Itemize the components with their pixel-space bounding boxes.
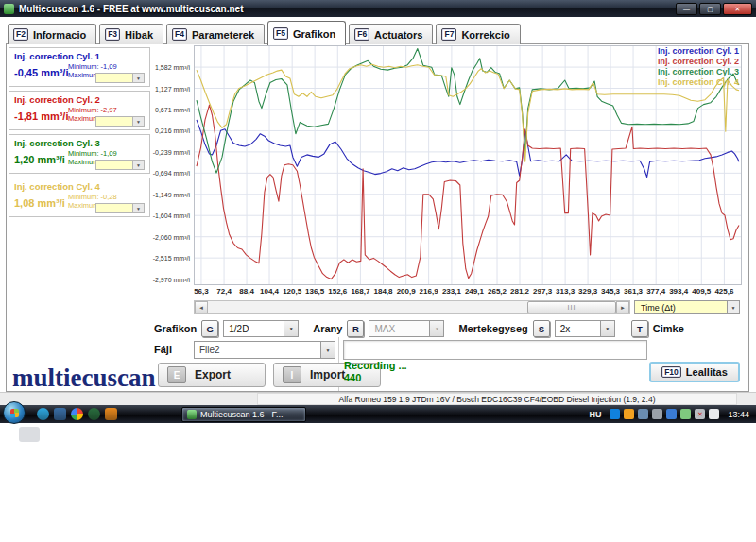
tag-key-badge: T bbox=[631, 320, 648, 337]
chevron-down-icon: ▼ bbox=[132, 117, 144, 126]
export-label: Export bbox=[195, 368, 231, 381]
parameter-title: Inj. correction Cyl. 4 bbox=[14, 181, 145, 192]
tab-label: Informacio bbox=[33, 29, 86, 41]
scroll-left-icon[interactable]: ◄ bbox=[195, 301, 208, 313]
unit-key-badge: S bbox=[533, 320, 550, 337]
legend-item: Inj. correction Cyl. 1 bbox=[658, 46, 739, 57]
f-key-badge: F5 bbox=[273, 27, 288, 40]
chevron-down-icon: ▼ bbox=[132, 204, 144, 212]
volume-icon[interactable] bbox=[709, 409, 719, 419]
close-button[interactable]: ✕ bbox=[723, 3, 752, 15]
maximize-icon: ▢ bbox=[707, 6, 713, 12]
stop-button[interactable]: F10 Leallitas bbox=[649, 362, 740, 382]
import-key-badge: I bbox=[283, 366, 301, 383]
file-select[interactable]: File2 ▼ bbox=[194, 341, 335, 359]
parameter-option-select[interactable]: ▼ bbox=[95, 203, 145, 213]
desktop: Multiecuscan 1.6 - FREE at www.multiecus… bbox=[0, 0, 756, 542]
x-axis-variable-value: Time (Δt) bbox=[641, 303, 676, 313]
parameter-option-select[interactable]: ▼ bbox=[95, 116, 145, 127]
app-window: Multiecuscan 1.6 - FREE at www.multiecus… bbox=[0, 0, 756, 405]
ratio-value: MAX bbox=[374, 324, 395, 334]
graph-key-badge: G bbox=[201, 320, 218, 337]
close-icon: ✕ bbox=[735, 6, 741, 12]
taskbar-clock[interactable]: 13:44 bbox=[728, 410, 749, 419]
parameter-panel-cyl-4: Inj. correction Cyl. 41,08 mm³/iMinimum:… bbox=[9, 178, 150, 217]
chevron-down-icon: ▼ bbox=[284, 321, 298, 336]
y-axis-tick-label: 0,671 mm³/i bbox=[155, 107, 190, 113]
tab-informacio[interactable]: F2Informacio bbox=[8, 24, 96, 44]
y-axis-tick-label: -0,239 mm³/i bbox=[153, 148, 190, 155]
stop-label: Leallitas bbox=[686, 366, 728, 378]
file-label: Fájl bbox=[154, 344, 172, 355]
x-axis-variable-select[interactable]: Time (Δt) ▼ bbox=[634, 300, 740, 314]
parameter-option-select[interactable]: ▼ bbox=[95, 73, 145, 83]
dropbox-icon[interactable] bbox=[610, 409, 620, 419]
x-axis-tick-label: 104,4 bbox=[260, 287, 279, 296]
start-button[interactable] bbox=[3, 401, 26, 424]
comment-input[interactable] bbox=[343, 340, 647, 360]
minimize-button[interactable]: — bbox=[676, 3, 697, 15]
graph-type-select[interactable]: 1/2D ▼ bbox=[223, 320, 299, 337]
update-icon[interactable] bbox=[624, 409, 634, 419]
x-axis-tick-label: 265,2 bbox=[488, 287, 507, 296]
tab-korrekcio[interactable]: F7Korrekcio bbox=[436, 24, 520, 44]
x-axis-tick-label: 313,3 bbox=[556, 287, 575, 296]
network-icon[interactable]: ✕ bbox=[695, 409, 705, 419]
chart-plot: Inj. correction Cyl. 1Inj. correction Cy… bbox=[194, 45, 742, 285]
taskbar-item-multiecuscan[interactable]: Multiecuscan 1.6 - F... bbox=[181, 407, 306, 422]
tab-parameterek[interactable]: F4Parameterek bbox=[166, 24, 265, 44]
tab-grafikon[interactable]: F5Grafikon bbox=[267, 21, 346, 45]
chrome-icon[interactable] bbox=[71, 408, 83, 420]
media-player-icon[interactable] bbox=[88, 408, 100, 420]
tab-label: Korrekcio bbox=[461, 29, 509, 41]
x-axis-tick-label: 184,8 bbox=[374, 287, 393, 296]
parameter-panel-cyl-3: Inj. correction Cyl. 31,20 mm³/iMinimum:… bbox=[9, 134, 150, 174]
graph-label: Grafikon bbox=[154, 323, 197, 334]
app-gray-icon[interactable] bbox=[652, 409, 662, 419]
x-axis-tick-label: 72,4 bbox=[216, 287, 232, 296]
y-axis-tick-label: 0,216 mm³/i bbox=[155, 127, 190, 134]
unit-select[interactable]: 2x ▼ bbox=[555, 320, 615, 337]
export-key-badge: E bbox=[167, 366, 186, 383]
tab-label: Hibak bbox=[125, 29, 153, 41]
battery-icon[interactable] bbox=[680, 409, 691, 419]
ratio-key-badge: R bbox=[347, 320, 364, 337]
taskbar: Multiecuscan 1.6 - F... HU ✕ 13:44 bbox=[0, 405, 756, 423]
x-axis-tick-label: 393,4 bbox=[669, 287, 688, 296]
f-key-badge: F2 bbox=[13, 28, 28, 41]
x-axis-tick-label: 409,5 bbox=[692, 287, 711, 296]
parameter-title: Inj. correction Cyl. 2 bbox=[14, 94, 145, 105]
app-blue-icon[interactable] bbox=[638, 409, 648, 419]
app-icon bbox=[4, 4, 14, 14]
x-axis-tick-label: 297,3 bbox=[533, 287, 552, 296]
x-axis-tick-label: 425,6 bbox=[714, 287, 733, 296]
parameter-panel-cyl-1: Inj. correction Cyl. 1-0,45 mm³/iMinimum… bbox=[9, 47, 150, 87]
tab-actuators[interactable]: F6Actuators bbox=[349, 24, 433, 44]
parameter-option-select[interactable]: ▼ bbox=[95, 160, 145, 170]
chevron-down-icon: ▼ bbox=[727, 301, 739, 313]
chart-horizontal-scrollbar[interactable]: ◄ III ► bbox=[194, 300, 630, 314]
y-axis-tick-label: -2,060 mm³/i bbox=[153, 233, 190, 240]
language-indicator[interactable]: HU bbox=[589, 410, 601, 419]
scroll-right-icon[interactable]: ► bbox=[616, 301, 629, 313]
display-settings-icon[interactable] bbox=[54, 408, 66, 420]
x-axis-tick-label: 120,5 bbox=[283, 287, 301, 296]
export-button[interactable]: E Export bbox=[158, 363, 266, 387]
tab-hibak[interactable]: F3Hibak bbox=[99, 24, 163, 44]
ratio-select: MAX ▼ bbox=[369, 320, 444, 337]
y-axis-tick-label: -2,515 mm³/i bbox=[153, 255, 190, 262]
taskbar-item-label: Multiecuscan 1.6 - F... bbox=[200, 410, 284, 419]
legend-item: Inj. correction Cyl. 3 bbox=[658, 67, 739, 77]
tab-label: Grafikon bbox=[293, 28, 335, 40]
tab-label: Actuators bbox=[374, 29, 422, 41]
multiecuscan-icon bbox=[187, 410, 197, 419]
x-axis-tick-label: 88,4 bbox=[239, 287, 254, 296]
parameter-panels: Inj. correction Cyl. 1-0,45 mm³/iMinimum… bbox=[9, 47, 150, 217]
folder-media-icon[interactable] bbox=[105, 408, 117, 420]
scrollbar-handle[interactable]: III bbox=[527, 301, 616, 313]
maximize-button[interactable]: ▢ bbox=[699, 3, 721, 15]
y-axis-tick-label: 1,582 mm³/i bbox=[155, 64, 190, 71]
skype-icon[interactable] bbox=[37, 408, 49, 420]
messenger-icon[interactable] bbox=[666, 409, 677, 419]
file-select-value: File2 bbox=[199, 345, 220, 355]
